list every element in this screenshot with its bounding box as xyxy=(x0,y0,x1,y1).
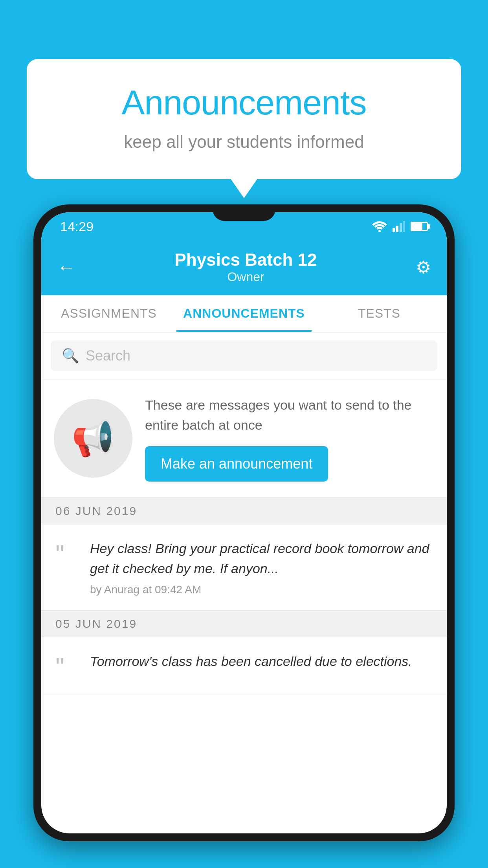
bubble-title: Announcements xyxy=(58,83,430,123)
promo-section: 📢 These are messages you want to send to… xyxy=(41,379,447,498)
quote-icon-1: " xyxy=(55,542,79,567)
announcement-text-1: Hey class! Bring your practical record b… xyxy=(90,539,433,579)
signal-icon xyxy=(393,221,405,232)
announcement-content-2: Tomorrow's class has been cancelled due … xyxy=(90,651,433,676)
quote-icon-2: " xyxy=(55,655,79,680)
svg-rect-4 xyxy=(403,221,405,232)
promo-content: These are messages you want to send to t… xyxy=(145,395,434,482)
bubble-subtitle: keep all your students informed xyxy=(58,132,430,152)
phone-container: 14:29 xyxy=(33,204,455,868)
svg-rect-1 xyxy=(393,228,395,232)
svg-point-0 xyxy=(378,230,381,232)
search-container: 🔍 Search xyxy=(41,333,447,379)
search-icon: 🔍 xyxy=(62,348,79,364)
svg-rect-2 xyxy=(396,226,398,232)
svg-rect-3 xyxy=(400,223,402,232)
announcement-item-2: " Tomorrow's class has been cancelled du… xyxy=(41,637,447,694)
header-title: Physics Batch 12 xyxy=(175,250,317,270)
make-announcement-button[interactable]: Make an announcement xyxy=(145,446,328,482)
promo-description: These are messages you want to send to t… xyxy=(145,395,434,435)
search-bar[interactable]: 🔍 Search xyxy=(51,340,437,371)
announcement-item-1: " Hey class! Bring your practical record… xyxy=(41,524,447,611)
battery-icon xyxy=(411,222,428,231)
search-placeholder: Search xyxy=(86,348,130,364)
header-subtitle: Owner xyxy=(175,270,317,284)
tabs-container: ASSIGNMENTS ANNOUNCEMENTS TESTS xyxy=(41,295,447,333)
tab-tests[interactable]: TESTS xyxy=(312,295,447,332)
announcement-text-2: Tomorrow's class has been cancelled due … xyxy=(90,651,433,671)
announcement-meta-1: by Anurag at 09:42 AM xyxy=(90,583,433,596)
announcement-content-1: Hey class! Bring your practical record b… xyxy=(90,539,433,596)
back-button[interactable]: ← xyxy=(57,256,76,278)
tab-assignments[interactable]: ASSIGNMENTS xyxy=(41,295,176,332)
date-separator-1: 06 JUN 2019 xyxy=(41,498,447,524)
date-separator-2: 05 JUN 2019 xyxy=(41,611,447,637)
speech-bubble: Announcements keep all your students inf… xyxy=(27,59,461,179)
phone-notch xyxy=(213,204,275,221)
status-time: 14:29 xyxy=(60,219,94,234)
wifi-icon xyxy=(372,221,387,232)
header-center: Physics Batch 12 Owner xyxy=(175,250,317,284)
phone-outer: 14:29 xyxy=(33,204,455,841)
status-icons xyxy=(372,221,428,232)
announcement-icon-circle: 📢 xyxy=(54,399,132,478)
speech-bubble-container: Announcements keep all your students inf… xyxy=(27,59,461,179)
settings-icon[interactable]: ⚙ xyxy=(416,257,431,277)
tab-announcements[interactable]: ANNOUNCEMENTS xyxy=(176,295,312,332)
app-header: ← Physics Batch 12 Owner ⚙ xyxy=(41,241,447,295)
phone-inner: 14:29 xyxy=(41,212,447,833)
